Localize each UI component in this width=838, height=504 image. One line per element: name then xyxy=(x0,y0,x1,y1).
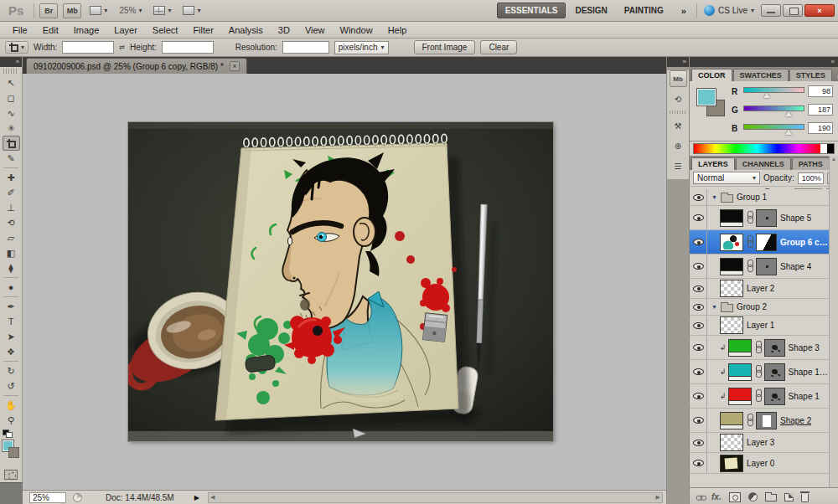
tools-grip[interactable] xyxy=(3,69,18,74)
visibility-cell[interactable] xyxy=(690,279,707,298)
visibility-cell[interactable] xyxy=(690,206,707,229)
custom-shape-tool[interactable]: ❖ xyxy=(3,344,20,359)
color-panel-menu-icon[interactable]: ≡ xyxy=(833,73,838,81)
eye-icon[interactable] xyxy=(693,214,704,221)
channel-value-b[interactable]: 190 xyxy=(808,122,833,134)
opacity-value[interactable]: 100% xyxy=(798,172,824,184)
visibility-cell[interactable] xyxy=(690,189,707,205)
layer-row-shape-3[interactable]: ↳Shape 3 xyxy=(690,336,838,360)
rotate-3d-tool[interactable]: ↻ xyxy=(3,363,20,378)
add-layer-mask-icon[interactable] xyxy=(729,492,741,502)
layer-comps-panel-icon[interactable]: ☰ xyxy=(670,157,687,174)
layer-row-layer-3[interactable]: Layer 3 xyxy=(690,433,838,453)
expand-triangle-icon[interactable]: ▼ xyxy=(711,194,717,200)
restore-button[interactable] xyxy=(783,4,803,17)
layer-row-shape-4[interactable]: Shape 4 xyxy=(690,255,838,279)
adjustment-layer-icon[interactable] xyxy=(748,492,758,501)
history-panel-icon[interactable]: ⟲ xyxy=(670,90,687,107)
workspace-tab-essentials[interactable]: ESSENTIALS xyxy=(497,3,566,18)
visibility-cell[interactable] xyxy=(690,384,707,408)
channel-slider-g[interactable] xyxy=(743,104,804,116)
menu-analysis[interactable]: Analysis xyxy=(221,23,271,37)
mini-bridge-panel-icon[interactable]: Mb xyxy=(670,70,687,87)
color-spectrum-ramp[interactable] xyxy=(693,143,835,154)
path-selection-tool[interactable]: ➤ xyxy=(3,329,20,344)
visibility-cell[interactable] xyxy=(690,316,707,335)
color-tab-styles[interactable]: STYLES xyxy=(789,69,832,81)
workspace-overflow-button[interactable]: » xyxy=(678,6,690,16)
layer-mask-thumbnail[interactable] xyxy=(764,363,785,381)
layer-thumbnail[interactable] xyxy=(720,209,743,227)
layer-mask-thumbnail[interactable] xyxy=(756,209,777,227)
layer-row-group-1[interactable]: ▼Group 1 xyxy=(690,189,838,206)
new-group-icon[interactable] xyxy=(765,494,777,501)
rectangular-marquee-tool[interactable]: ◻ xyxy=(3,90,20,105)
quick-mask-button[interactable] xyxy=(4,470,18,480)
brush-tool[interactable]: ✐ xyxy=(3,185,20,200)
visibility-cell[interactable] xyxy=(690,433,707,452)
visibility-cell[interactable] xyxy=(690,409,707,432)
layer-row-layer-1[interactable]: Layer 1 xyxy=(690,316,838,336)
horizontal-scrollbar[interactable]: ◀ ▶ xyxy=(208,492,663,503)
scroll-left-icon[interactable]: ◀ xyxy=(210,494,215,501)
layer-row-layer-2[interactable]: Layer 2 xyxy=(690,279,838,299)
eye-icon[interactable] xyxy=(693,194,704,201)
layer-mask-thumbnail[interactable] xyxy=(756,258,777,275)
background-color-swatch[interactable] xyxy=(8,447,19,458)
layers-scrollbar[interactable]: ▲ ▼ xyxy=(829,156,838,504)
lasso-tool[interactable]: ∿ xyxy=(3,105,20,121)
quick-selection-tool[interactable]: ✳ xyxy=(3,121,20,136)
eyedropper-tool[interactable]: ✎ xyxy=(3,151,20,166)
menu-select[interactable]: Select xyxy=(145,23,186,37)
document-tab[interactable]: 09102009006.psd @ 25% (Group 6 copy, RGB… xyxy=(26,58,247,74)
visibility-cell[interactable] xyxy=(690,299,707,315)
workspace-tab-design[interactable]: DESIGN xyxy=(567,3,614,18)
eye-icon[interactable] xyxy=(693,417,704,424)
layer-mask-thumbnail[interactable] xyxy=(756,234,777,251)
layer-mask-thumbnail[interactable] xyxy=(756,412,777,429)
eye-icon[interactable] xyxy=(693,344,704,351)
front-image-button[interactable]: Front Image xyxy=(414,40,476,54)
new-layer-icon[interactable] xyxy=(784,493,794,501)
menu-layer[interactable]: Layer xyxy=(106,23,145,37)
eye-icon[interactable] xyxy=(693,460,704,466)
tool-presets-panel-icon[interactable]: ⚒ xyxy=(670,117,687,134)
eye-icon[interactable] xyxy=(693,304,704,311)
expand-triangle-icon[interactable]: ▼ xyxy=(711,304,717,310)
eye-icon[interactable] xyxy=(693,263,704,270)
launch-bridge-button[interactable]: Br xyxy=(39,3,58,18)
clear-button[interactable]: Clear xyxy=(480,40,517,54)
workspace-tab-painting[interactable]: PAINTING xyxy=(617,3,671,18)
layer-mask-thumbnail[interactable] xyxy=(764,339,785,357)
launch-minibridge-button[interactable]: Mb xyxy=(63,3,81,18)
canvas-pasteboard[interactable] xyxy=(23,74,666,490)
eye-icon[interactable] xyxy=(693,440,704,446)
default-colors-icon[interactable] xyxy=(3,429,11,436)
panels-collapse-button[interactable]: » xyxy=(690,57,838,67)
channel-slider-handle[interactable] xyxy=(763,93,770,98)
channel-value-r[interactable]: 98 xyxy=(808,85,833,97)
swap-dimensions-icon[interactable]: ⇄ xyxy=(119,44,125,51)
gradient-tool[interactable]: ◧ xyxy=(3,245,20,260)
visibility-cell[interactable] xyxy=(690,230,707,254)
orbit-3d-tool[interactable]: ↺ xyxy=(3,378,20,393)
layer-row-shape-5[interactable]: Shape 5 xyxy=(690,206,838,230)
menu-image[interactable]: Image xyxy=(66,23,107,37)
pen-tool[interactable]: ✒ xyxy=(3,299,20,314)
crop-tool[interactable] xyxy=(3,136,20,151)
menu-file[interactable]: File xyxy=(5,23,35,37)
layer-thumbnail[interactable] xyxy=(720,434,743,451)
visibility-cell[interactable] xyxy=(690,360,707,383)
color-tab-color[interactable]: COLOR xyxy=(691,69,732,81)
menu-view[interactable]: View xyxy=(297,23,333,37)
spectrum-gradient[interactable] xyxy=(694,144,820,153)
screen-mode-button[interactable]: ▾ xyxy=(179,3,204,18)
menu-help[interactable]: Help xyxy=(380,23,415,37)
layer-row-shape-2[interactable]: Shape 2 xyxy=(690,409,838,433)
delete-layer-icon[interactable] xyxy=(801,494,809,502)
layers-tab-layers[interactable]: LAYERS xyxy=(691,157,735,170)
zoom-level-dropdown[interactable]: 25% ▾ xyxy=(116,3,145,18)
resolution-input[interactable] xyxy=(282,41,329,54)
layer-thumbnail[interactable] xyxy=(720,280,743,297)
spot-healing-brush-tool[interactable]: ✚ xyxy=(3,170,20,185)
